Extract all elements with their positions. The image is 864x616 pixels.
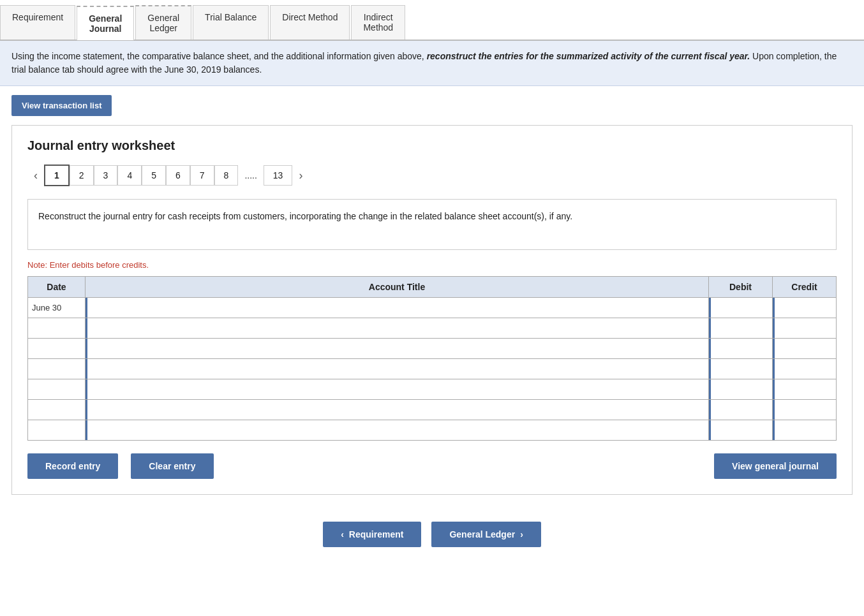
debit-input[interactable] [709,298,772,318]
page-1[interactable]: 1 [44,165,70,186]
credit-cell[interactable] [773,318,837,339]
clear-entry-button[interactable]: Clear entry [131,453,213,479]
button-row: Record entry Clear entry View general jo… [27,453,837,479]
debit-cell[interactable] [709,420,773,441]
credit-input[interactable] [773,359,836,379]
account-input[interactable] [86,379,708,399]
account-cell[interactable] [86,359,709,379]
account-input[interactable] [86,339,708,358]
journal-table: Date Account Title Debit Credit June 30 [27,276,837,441]
next-nav-label: General Ledger [449,529,515,539]
table-row [28,339,837,359]
credit-input[interactable] [773,420,836,440]
account-cell[interactable] [86,379,709,400]
tab-general-ledger[interactable]: GeneralLedger [135,5,191,40]
page-3[interactable]: 3 [94,165,118,186]
table-row [28,400,837,420]
date-cell [28,400,86,420]
page-dots: ..... [238,166,263,185]
account-cell[interactable] [86,400,709,420]
bottom-nav: ‹ Requirement General Ledger › [0,506,864,557]
tab-direct-method[interactable]: Direct Method [270,5,350,40]
credit-cell[interactable] [773,339,837,359]
next-arrow-icon: › [520,529,523,539]
worksheet-container: Journal entry worksheet ‹ 1 2 3 4 5 6 7 … [11,125,853,495]
account-input[interactable] [86,420,708,440]
table-row: June 30 [28,298,837,318]
credit-cell[interactable] [773,298,837,318]
credit-cell[interactable] [773,420,837,441]
account-input[interactable] [86,359,708,379]
page-7[interactable]: 7 [190,165,214,186]
credit-cell[interactable] [773,359,837,379]
view-general-journal-button[interactable]: View general journal [714,453,837,479]
debit-cell[interactable] [709,298,773,318]
next-nav-button[interactable]: General Ledger › [431,522,540,547]
col-debit: Debit [709,277,773,298]
date-cell [28,379,86,400]
col-date: Date [28,277,86,298]
prev-page-button[interactable]: ‹ [27,165,44,186]
view-transaction-area: View transaction list [0,86,864,125]
tab-trial-balance[interactable]: Trial Balance [193,5,269,40]
col-credit: Credit [773,277,837,298]
credit-input[interactable] [773,400,836,420]
account-input[interactable] [86,318,708,338]
tab-indirect-method[interactable]: IndirectMethod [351,5,405,40]
instruction-box: Reconstruct the journal entry for cash r… [27,199,837,250]
prev-arrow-icon: ‹ [341,529,344,539]
date-cell [28,420,86,441]
credit-input[interactable] [773,298,836,318]
pagination: ‹ 1 2 3 4 5 6 7 8 ..... 13 › [27,165,837,186]
worksheet-title: Journal entry worksheet [27,138,837,153]
account-cell[interactable] [86,318,709,339]
date-cell [28,339,86,359]
col-account-title: Account Title [86,277,709,298]
debit-input[interactable] [709,420,772,440]
debit-input[interactable] [709,359,772,379]
page-8[interactable]: 8 [214,165,239,186]
account-cell[interactable] [86,298,709,318]
view-transaction-button[interactable]: View transaction list [11,95,112,116]
table-row [28,420,837,441]
page-5[interactable]: 5 [142,165,166,186]
tab-general-journal[interactable]: GeneralJournal [77,6,134,40]
tab-bar: Requirement GeneralJournal GeneralLedger… [0,0,864,41]
debit-input[interactable] [709,379,772,399]
debit-input[interactable] [709,400,772,420]
page-4[interactable]: 4 [117,165,142,186]
date-cell [28,359,86,379]
prev-nav-label: Requirement [349,529,404,539]
tab-requirement[interactable]: Requirement [0,5,75,40]
credit-input[interactable] [773,339,836,358]
next-page-button[interactable]: › [292,165,309,186]
debit-input[interactable] [709,318,772,338]
account-cell[interactable] [86,339,709,359]
account-input[interactable] [86,298,708,318]
credit-cell[interactable] [773,400,837,420]
date-cell: June 30 [28,298,86,318]
info-box: Using the income statement, the comparat… [0,41,864,86]
account-input[interactable] [86,400,708,420]
table-row [28,379,837,400]
account-cell[interactable] [86,420,709,441]
debit-cell[interactable] [709,339,773,359]
date-cell [28,318,86,339]
note-text: Note: Enter debits before credits. [27,260,837,270]
credit-input[interactable] [773,318,836,338]
credit-cell[interactable] [773,379,837,400]
credit-input[interactable] [773,379,836,399]
debit-cell[interactable] [709,318,773,339]
prev-nav-button[interactable]: ‹ Requirement [323,522,421,547]
table-row [28,359,837,379]
debit-cell[interactable] [709,359,773,379]
page-6[interactable]: 6 [166,165,190,186]
debit-input[interactable] [709,339,772,358]
record-entry-button[interactable]: Record entry [27,453,118,479]
page-13[interactable]: 13 [264,165,293,186]
debit-cell[interactable] [709,400,773,420]
debit-cell[interactable] [709,379,773,400]
page-2[interactable]: 2 [70,165,94,186]
table-row [28,318,837,339]
